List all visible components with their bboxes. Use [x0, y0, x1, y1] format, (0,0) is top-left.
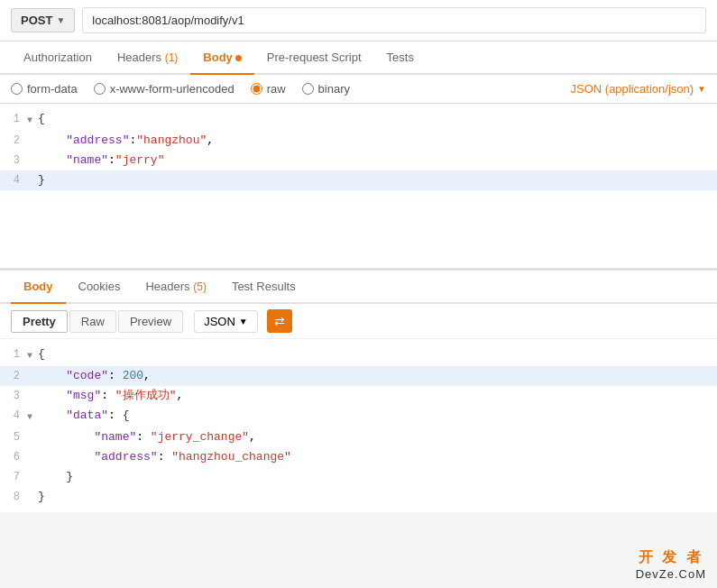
response-tabs-row: BodyCookiesHeaders (5)Test Results: [0, 271, 717, 304]
line-number: 3: [0, 387, 27, 405]
line-content: "code": 200,: [38, 367, 717, 385]
line-content: "msg": "操作成功",: [38, 387, 717, 405]
radio-form-data[interactable]: form-data: [11, 82, 78, 96]
response-section: BodyCookiesHeaders (5)Test Results Prett…: [0, 271, 717, 512]
line-number: 6: [0, 448, 27, 466]
json-type-chevron-icon: ▼: [697, 84, 706, 94]
view-btn-raw[interactable]: Raw: [69, 310, 116, 333]
request-bar: POST ▼: [0, 0, 717, 41]
response-format-label: JSON: [204, 315, 235, 328]
radio-label-raw: raw: [267, 82, 286, 96]
response-code-line: 7 }: [0, 467, 717, 487]
view-options: PrettyRawPreviewJSON▼⇄: [0, 304, 717, 339]
line-number: 5: [0, 428, 27, 446]
request-tabs-row: AuthorizationHeaders (1)BodyPre-request …: [0, 41, 717, 75]
response-code-line: 3 "msg": "操作成功",: [0, 386, 717, 406]
body-options: form-datax-www-form-urlencodedrawbinaryJ…: [0, 75, 717, 104]
line-content: "name": "jerry_change",: [38, 428, 717, 446]
line-number: 2: [0, 367, 27, 385]
line-number: 8: [0, 488, 27, 506]
line-arrow-icon: [27, 132, 38, 133]
request-editor[interactable]: 1▼{2 "address":"hangzhou",3 "name":"jerr…: [0, 104, 717, 271]
radio-binary[interactable]: binary: [302, 82, 350, 96]
line-content: {: [38, 110, 717, 128]
response-editor: 1▼{2 "code": 200,3 "msg": "操作成功",4▼ "dat…: [0, 339, 717, 512]
request-code-line: 1▼{: [0, 109, 717, 131]
response-format-select[interactable]: JSON▼: [194, 310, 258, 333]
request-tab-headers[interactable]: Headers (1): [105, 41, 190, 75]
line-arrow-icon: [27, 488, 38, 490]
response-tab-test-results[interactable]: Test Results: [219, 271, 308, 304]
line-number: 3: [0, 152, 27, 170]
response-tab-cookies[interactable]: Cookies: [66, 271, 133, 304]
request-code-line: 2 "address":"hangzhou",: [0, 131, 717, 151]
line-arrow-icon: [27, 152, 38, 153]
url-input[interactable]: [82, 7, 706, 33]
line-number: 1: [0, 345, 27, 363]
request-tab-tests[interactable]: Tests: [374, 41, 427, 75]
line-content: "address": "hangzhou_change": [38, 448, 717, 466]
response-tab-body[interactable]: Body: [11, 271, 66, 304]
line-arrow-icon: [27, 367, 38, 369]
json-type-label: JSON (application/json): [571, 82, 694, 96]
line-arrow-icon: [27, 171, 38, 173]
line-arrow-icon: ▼: [27, 407, 38, 427]
line-number: 4: [0, 407, 27, 425]
line-number: 7: [0, 468, 27, 486]
line-content: "data": {: [38, 407, 717, 425]
line-arrow-icon: [27, 448, 38, 450]
tab-dot-body: [235, 55, 242, 61]
method-label: POST: [21, 14, 52, 27]
response-code-line: 2 "code": 200,: [0, 366, 717, 386]
method-select[interactable]: POST ▼: [11, 8, 75, 32]
watermark-top: 开 发 者: [636, 548, 706, 567]
line-number: 1: [0, 110, 27, 128]
line-arrow-icon: [27, 468, 38, 470]
response-tab-badge-headers: (5): [193, 280, 207, 293]
watermark-bottom: DevZe.CoM: [636, 567, 706, 581]
tab-badge-headers: (1): [165, 51, 179, 64]
json-type-select[interactable]: JSON (application/json)▼: [571, 82, 706, 96]
line-content: }: [38, 171, 717, 189]
request-tab-body[interactable]: Body: [190, 41, 254, 75]
radio-label-form-data: form-data: [27, 82, 78, 96]
line-content: }: [38, 468, 717, 486]
watermark: 开 发 者 DevZe.CoM: [636, 548, 706, 581]
line-arrow-icon: ▼: [27, 110, 38, 130]
response-code-line: 6 "address": "hangzhou_change": [0, 447, 717, 467]
line-content: {: [38, 345, 717, 363]
method-chevron-icon: ▼: [56, 15, 65, 25]
line-content: }: [38, 488, 717, 506]
radio-x-www-form-urlencoded[interactable]: x-www-form-urlencoded: [94, 82, 234, 96]
request-code-line: 4}: [0, 170, 717, 190]
request-tab-authorization[interactable]: Authorization: [11, 41, 105, 75]
response-code-line: 4▼ "data": {: [0, 406, 717, 427]
line-content: "name":"jerry": [38, 152, 717, 170]
radio-label-binary: binary: [318, 82, 350, 96]
response-code-line: 5 "name": "jerry_change",: [0, 427, 717, 447]
line-arrow-icon: [27, 387, 38, 389]
request-tab-pre-request-script[interactable]: Pre-request Script: [254, 41, 374, 75]
wrap-button[interactable]: ⇄: [267, 309, 292, 333]
line-content: "address":"hangzhou",: [38, 132, 717, 150]
response-tab-headers[interactable]: Headers (5): [133, 271, 218, 304]
view-btn-preview[interactable]: Preview: [118, 310, 183, 333]
response-code-line: 8}: [0, 487, 717, 507]
radio-label-x-www-form-urlencoded: x-www-form-urlencoded: [110, 82, 234, 96]
response-format-chevron-icon: ▼: [239, 317, 248, 326]
line-arrow-icon: [27, 428, 38, 430]
line-arrow-icon: ▼: [27, 345, 38, 365]
line-number: 4: [0, 171, 27, 189]
view-btn-pretty[interactable]: Pretty: [11, 310, 68, 333]
request-code-line: 3 "name":"jerry": [0, 151, 717, 170]
line-number: 2: [0, 132, 27, 150]
response-code-line: 1▼{: [0, 345, 717, 366]
radio-raw[interactable]: raw: [251, 82, 286, 96]
